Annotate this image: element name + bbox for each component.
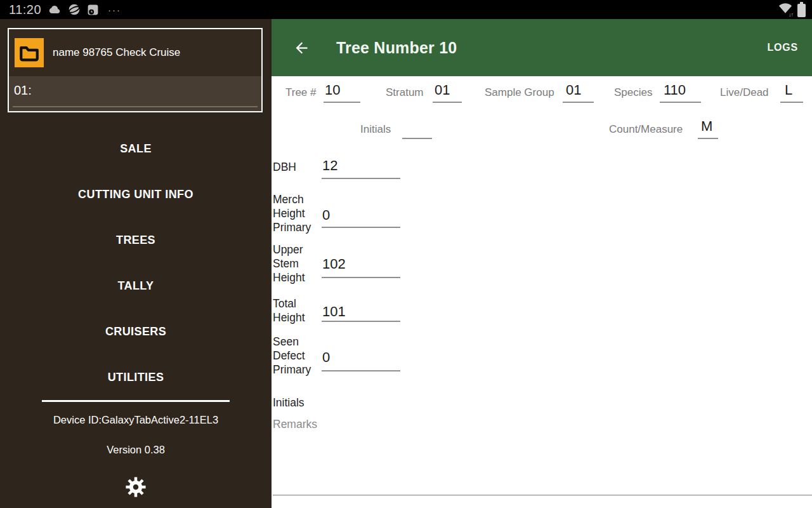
sample-group-value[interactable]: 01: [566, 82, 581, 98]
navigation-drawer: name 98765 Check Cruise 01: SALE CUTTING…: [0, 19, 272, 508]
drawer-menu: SALE CUTTING UNIT INFO TREES TALLY CRUIS…: [0, 126, 272, 400]
back-button[interactable]: [292, 38, 311, 57]
status-right-cluster: ↓↑: [778, 3, 806, 17]
tree-number-value[interactable]: 10: [325, 82, 340, 98]
status-left-cluster: 11:20 ···: [9, 3, 121, 17]
stratum-label: Stratum: [386, 86, 424, 99]
logs-button[interactable]: LOGS: [767, 42, 798, 53]
sidebar-item-cruisers[interactable]: CRUISERS: [0, 309, 272, 354]
initials-top-label: Initials: [360, 123, 391, 136]
stratum-value[interactable]: 01: [435, 82, 450, 98]
settings-button[interactable]: [0, 476, 272, 500]
sample-group-underline: [563, 102, 594, 103]
sale-header-card: name 98765 Check Cruise 01:: [8, 28, 263, 112]
total-height-value[interactable]: 101: [322, 304, 346, 320]
species-value[interactable]: 110: [664, 82, 686, 98]
merch-height-primary-underline: [322, 227, 400, 228]
sidebar-item-trees[interactable]: TREES: [0, 217, 272, 263]
cloud-icon: [48, 4, 62, 15]
seen-defect-primary-underline: [322, 370, 400, 371]
wifi-icon: ↓↑: [778, 3, 794, 17]
species-underline: [660, 102, 701, 103]
sale-header: name 98765 Check Cruise: [9, 29, 261, 76]
sale-name-label: name 98765 Check Cruise: [53, 46, 180, 59]
sidebar-item-tally[interactable]: TALLY: [0, 263, 272, 309]
remarks-field[interactable]: Remarks: [273, 417, 374, 431]
count-measure-value[interactable]: M: [701, 118, 712, 135]
stratum-spinner-value: 01:: [14, 83, 32, 98]
total-height-underline: [322, 321, 400, 322]
battery-icon: [797, 4, 806, 17]
upper-stem-height-underline: [322, 277, 400, 278]
seen-defect-primary-value[interactable]: 0: [322, 349, 330, 366]
tree-form: Tree # 10 Stratum 01 Sample Group 01 Spe…: [272, 76, 812, 508]
dbh-label: DBH: [273, 160, 322, 174]
screen: 11:20 ··· ↓↑: [0, 0, 812, 508]
count-measure-underline: [698, 138, 718, 139]
upper-stem-height-label: Upper Stem Height: [273, 243, 322, 284]
tree-number-underline: [324, 102, 360, 103]
merch-height-primary-value[interactable]: 0: [322, 207, 330, 224]
sidebar-item-cutting-unit-info[interactable]: CUTTING UNIT INFO: [0, 171, 272, 217]
live-dead-label: Live/Dead: [720, 86, 769, 99]
version-label: Version 0.38: [0, 444, 272, 456]
stratum-underline: [433, 102, 462, 103]
merch-height-primary-label: Merch Height Primary: [273, 192, 322, 234]
initials-input[interactable]: [402, 138, 432, 139]
bottom-divider: [273, 495, 812, 496]
folder-icon: [15, 38, 44, 67]
spinner-underline: [13, 106, 258, 107]
clock: 11:20: [9, 3, 41, 17]
drawer-divider: [42, 400, 230, 402]
tree-form-pane: Tree Number 10 LOGS Tree # 10 Stratum 01…: [272, 19, 812, 508]
seen-defect-primary-label: Seen Defect Primary: [273, 335, 322, 377]
initials-bottom-label: Initials: [273, 396, 349, 410]
upper-stem-height-value[interactable]: 102: [322, 256, 346, 272]
page-title: Tree Number 10: [336, 39, 457, 57]
status-bar: 11:20 ··· ↓↑: [0, 0, 812, 19]
dbh-value[interactable]: 12: [322, 157, 337, 174]
species-label: Species: [614, 86, 652, 99]
tree-number-label: Tree #: [285, 86, 317, 99]
gear-icon: [125, 476, 147, 500]
live-dead-underline: [780, 102, 803, 103]
dbh-underline: [322, 178, 400, 179]
sidebar-item-utilities[interactable]: UTILITIES: [0, 354, 272, 400]
photo-clock-icon: [87, 4, 99, 16]
device-id-label: Device ID:GalaxyTabActive2-11EL3: [0, 414, 272, 426]
app-bar: Tree Number 10 LOGS: [272, 19, 812, 76]
live-dead-value[interactable]: L: [785, 82, 792, 98]
stratum-spinner[interactable]: 01:: [9, 76, 261, 111]
more-notifications-dots: ···: [108, 4, 121, 15]
total-height-label: Total Height: [273, 297, 322, 324]
sample-group-label: Sample Group: [485, 86, 554, 99]
count-measure-label: Count/Measure: [609, 123, 683, 136]
globe-icon: [68, 3, 81, 16]
wifi-traffic-arrows: ↓↑: [789, 11, 793, 18]
sidebar-item-sale[interactable]: SALE: [0, 126, 272, 171]
